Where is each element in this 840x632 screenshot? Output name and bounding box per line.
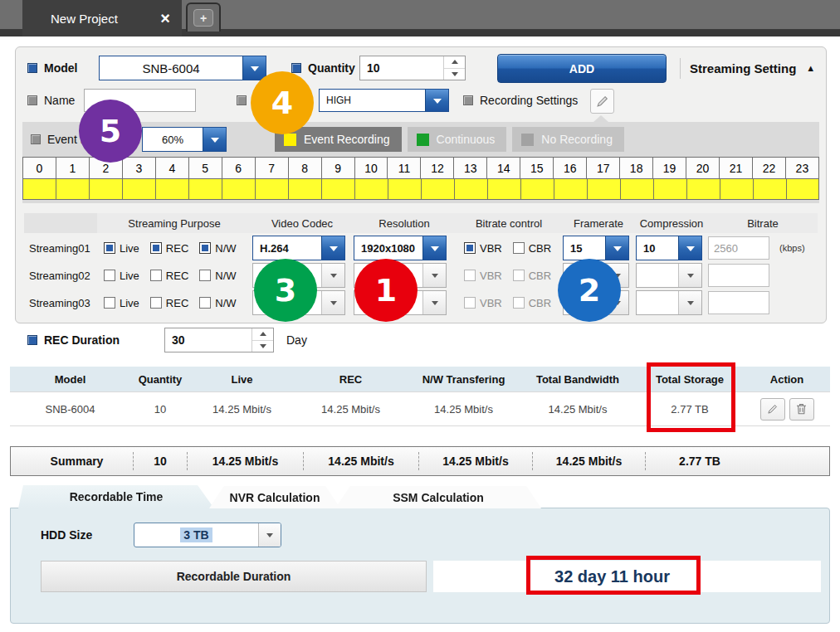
dropdown-arrow-icon[interactable] [203,128,226,151]
edit-row-button[interactable] [760,398,785,421]
cbr-checkbox[interactable]: CBR [513,270,551,282]
add-button[interactable]: ADD [497,54,667,83]
hour-header-cell[interactable]: 9 [322,158,355,178]
hour-header-cell[interactable]: 2 [90,158,123,178]
dropdown-arrow-icon[interactable] [321,291,344,314]
scene-dropdown[interactable]: HIGH [319,89,449,112]
rec-checkbox[interactable]: REC [150,242,188,255]
streaming-setting-header[interactable]: Streaming Setting ▲ [690,56,815,80]
dropdown-arrow-icon[interactable] [422,264,446,287]
dropdown-arrow-icon[interactable] [605,264,628,287]
hour-header-cell[interactable]: 19 [653,158,686,178]
hour-header-cell[interactable]: 20 [686,158,720,178]
dropdown-arrow-icon[interactable] [605,236,628,260]
bitrate-input[interactable] [708,236,769,260]
name-input[interactable] [84,89,196,112]
framerate-dropdown[interactable]: 15 [563,236,629,260]
delete-row-button[interactable] [789,398,814,421]
hour-header-cell[interactable]: 4 [156,158,189,178]
dropdown-arrow-icon[interactable] [605,291,628,314]
mode-no-recording[interactable]: No Recording [512,127,624,152]
spin-up-icon[interactable] [252,328,273,340]
cbr-checkbox[interactable]: CBR [513,297,551,309]
tab-nvr-calculation[interactable]: NVR Calculation [209,486,340,508]
hour-header-cell[interactable]: 7 [256,158,289,178]
mode-continuous[interactable]: Continuous [408,127,507,152]
hour-header-cell[interactable]: 16 [554,158,587,178]
tab-ssm-calculation[interactable]: SSM Calculation [335,486,541,508]
dropdown-arrow-icon[interactable] [258,523,281,547]
schedule-slot-row[interactable] [23,178,818,199]
dropdown-arrow-icon[interactable] [422,236,446,260]
hour-header-cell[interactable]: 21 [720,158,753,178]
hour-header-cell[interactable]: 8 [289,158,322,178]
dropdown-arrow-icon[interactable] [678,291,701,314]
nw-checkbox[interactable]: N/W [199,242,236,255]
spin-down-icon[interactable] [444,68,465,80]
compression-dropdown[interactable] [636,263,702,288]
dropdown-arrow-icon[interactable] [678,236,701,260]
compression-dropdown[interactable] [636,290,702,315]
quantity-stepper[interactable] [359,56,466,80]
codec-dropdown[interactable] [252,263,345,288]
bitrate-input[interactable] [708,291,769,314]
live-checkbox[interactable]: Live [104,270,139,282]
new-tab-button[interactable]: + [186,2,221,32]
live-checkbox[interactable]: Live [104,242,139,255]
nw-checkbox[interactable]: N/W [199,270,236,282]
mode-event-recording[interactable]: Event Recording [275,127,402,152]
resolution-dropdown[interactable]: 1920x1080 [354,236,447,260]
dropdown-arrow-icon[interactable] [678,264,701,287]
quantity-input[interactable] [360,56,443,80]
rec-checkbox[interactable]: REC [150,297,188,309]
collapse-icon[interactable]: ▲ [806,63,815,73]
dropdown-arrow-icon[interactable] [425,90,448,111]
recording-settings-edit-button[interactable] [590,89,614,114]
resolution-dropdown[interactable] [354,263,447,288]
spin-down-icon[interactable] [252,340,273,352]
dropdown-arrow-icon[interactable] [422,291,446,314]
hour-header-cell[interactable]: 5 [189,158,222,178]
hour-header-cell[interactable]: 22 [753,158,786,178]
hour-header-cell[interactable]: 1 [56,158,90,178]
hour-header-cell[interactable]: 14 [487,158,520,178]
resolution-dropdown[interactable] [354,290,447,315]
gray-bullet-icon [463,95,473,105]
hour-header-cell[interactable]: 3 [123,158,156,178]
hdd-size-dropdown[interactable]: 3 TB [134,523,281,547]
live-checkbox[interactable]: Live [104,297,139,309]
hour-header-cell[interactable]: 17 [587,158,620,178]
close-icon[interactable]: × [160,10,170,27]
dropdown-arrow-icon[interactable] [321,264,344,287]
bitrate-input[interactable] [708,264,769,287]
hour-header-cell[interactable]: 11 [388,158,421,178]
rec-duration-input[interactable] [165,328,252,352]
nw-checkbox[interactable]: N/W [199,297,236,309]
dropdown-arrow-icon[interactable] [321,236,344,260]
cbr-checkbox[interactable]: CBR [513,242,551,255]
dropdown-arrow-icon[interactable] [242,56,266,80]
hour-header-cell[interactable]: 23 [786,158,818,178]
codec-dropdown[interactable] [252,290,345,315]
hour-header-cell[interactable]: 15 [520,158,554,178]
hour-header-cell[interactable]: 12 [421,158,454,178]
compression-dropdown[interactable]: 10 [636,236,702,260]
hour-header-cell[interactable]: 13 [454,158,487,178]
rec-checkbox[interactable]: REC [150,270,188,282]
vbr-checkbox[interactable]: VBR [464,297,502,309]
framerate-dropdown[interactable] [563,290,629,315]
hour-header-cell[interactable]: 10 [355,158,388,178]
model-dropdown[interactable]: SNB-6004 [99,56,266,80]
hour-header-cell[interactable]: 0 [23,158,56,178]
vbr-checkbox[interactable]: VBR [464,242,502,255]
hour-header-cell[interactable]: 18 [620,158,653,178]
tab-recordable-time[interactable]: Recordable Time [18,485,214,508]
rec-duration-stepper[interactable] [164,328,274,352]
tab-new-project[interactable]: New Project × [22,0,182,36]
vbr-checkbox[interactable]: VBR [464,270,502,282]
hour-header-cell[interactable]: 6 [222,158,256,178]
spin-up-icon[interactable] [444,56,465,68]
codec-dropdown[interactable]: H.264 [252,236,345,260]
framerate-dropdown[interactable] [563,263,629,288]
event-frequency-dropdown[interactable]: 60% [142,127,227,152]
